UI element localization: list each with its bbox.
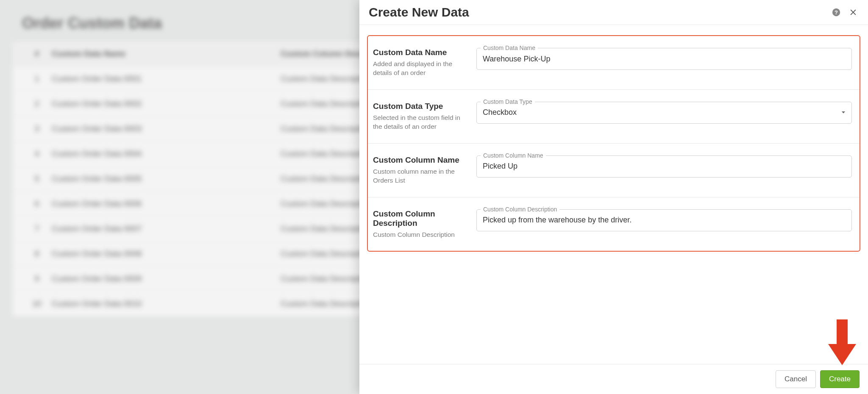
section-colname: Custom Column Name Custom column name in… <box>368 144 860 197</box>
section-title: Custom Data Type <box>373 102 468 111</box>
section-title: Custom Data Name <box>373 48 468 57</box>
section-type: Custom Data Type Selected in the custom … <box>368 90 860 144</box>
field-label: Custom Data Name <box>481 44 538 51</box>
cancel-button[interactable]: Cancel <box>776 370 816 388</box>
section-coldesc: Custom Column Description Custom Column … <box>368 197 860 251</box>
drawer-footer: Cancel Create <box>359 364 868 394</box>
section-name: Custom Data Name Added and displayed in … <box>368 36 860 90</box>
field-label: Custom Data Type <box>481 98 535 105</box>
close-icon[interactable] <box>848 7 859 18</box>
section-desc: Custom Column Description <box>373 230 468 239</box>
help-icon[interactable]: ? <box>831 7 842 18</box>
create-drawer: Create New Data ? Custom Data Name Added… <box>359 0 868 394</box>
field-label: Custom Column Description <box>481 206 559 213</box>
section-desc: Selected in the custom field in the deta… <box>373 114 468 131</box>
section-title: Custom Column Name <box>373 155 468 165</box>
drawer-body: Custom Data Name Added and displayed in … <box>359 25 868 364</box>
section-desc: Custom column name in the Orders List <box>373 167 468 185</box>
form-highlight: Custom Data Name Added and displayed in … <box>367 35 860 252</box>
create-button[interactable]: Create <box>820 370 860 388</box>
drawer-header: Create New Data ? <box>359 0 868 25</box>
svg-text:?: ? <box>835 9 838 16</box>
drawer-title: Create New Data <box>369 5 825 19</box>
section-title: Custom Column Description <box>373 209 468 228</box>
section-desc: Added and displayed in the details of an… <box>373 60 468 78</box>
field-label: Custom Column Name <box>481 152 546 159</box>
